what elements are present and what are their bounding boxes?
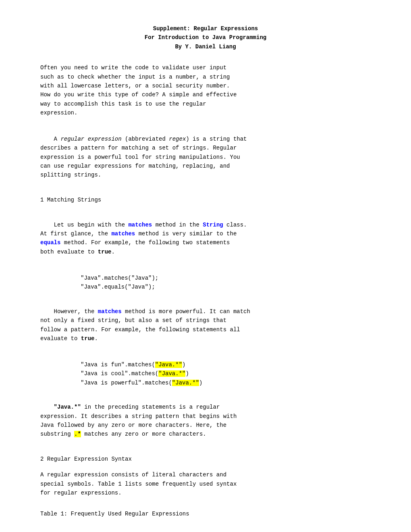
regex-def-start: A xyxy=(54,136,61,142)
code2-line2-highlight: "Java.*" xyxy=(158,370,185,377)
code-line-1: "Java".matches("Java"); xyxy=(81,274,371,283)
regex-def-mid1: (abbreviated xyxy=(122,136,169,142)
equals-keyword: equals xyxy=(40,239,60,246)
section1-heading: 1 Matching Strings xyxy=(40,197,371,203)
string-keyword: String xyxy=(203,222,223,228)
page: Supplement: Regular Expressions For Intr… xyxy=(0,0,411,532)
code-block-2: "Java is fun".matches("Java.*") "Java is… xyxy=(81,360,371,387)
syntax-paragraph: A regular expression consists of literal… xyxy=(40,470,371,497)
regex-def-paragraph: A regular expression (abbreviated regex)… xyxy=(40,126,371,189)
matching-para1-mid1: method in the xyxy=(152,222,203,228)
code2-line1-highlight: "Java.*" xyxy=(155,362,182,368)
matching-para1-end: . xyxy=(111,249,114,255)
regex-italic2: regex xyxy=(169,136,186,142)
intro-paragraph: Often you need to write the code to vali… xyxy=(40,63,371,117)
title-line3: By Y. Daniel Liang xyxy=(40,42,371,51)
title-line2: For Introduction to Java Programming xyxy=(40,33,371,42)
code2-line3-pre: "Java is powerful".matches( xyxy=(81,380,172,386)
code2-line3-highlight: "Java.*" xyxy=(172,380,199,386)
table-caption: Table 1: Frequently Used Regular Express… xyxy=(40,509,371,518)
code2-line2-post: ) xyxy=(185,370,189,377)
title-line1: Supplement: Regular Expressions xyxy=(40,24,371,33)
java-star-paragraph: "Java.*" in the preceding statements is … xyxy=(40,394,371,448)
matching-para1-mid4: method. For example, the following two s… xyxy=(40,239,230,255)
matching-para1-start: Let us begin with the xyxy=(54,222,129,228)
java-star-bold: "Java.*" xyxy=(54,404,81,410)
java-star-para-end: matches any zero or more characters. xyxy=(81,431,206,437)
code2-line1-pre: "Java is fun".matches( xyxy=(81,362,155,368)
true-keyword-1: true xyxy=(98,249,112,255)
regex-italic1: regular expression xyxy=(60,136,121,142)
section2-heading: 2 Regular Expression Syntax xyxy=(40,456,371,462)
matching-para1-mid3: method is very similar to the xyxy=(135,231,237,237)
dot-star-highlight: .* xyxy=(74,431,81,437)
code-line-4: "Java is fun".matches("Java.*") xyxy=(81,360,371,369)
code2-line2-pre: "Java is cool".matches( xyxy=(81,370,158,377)
matching-paragraph-1: Let us begin with the matches method in … xyxy=(40,211,371,265)
matching-para2-start: However, the xyxy=(54,308,98,315)
true-keyword-2: true xyxy=(81,335,95,342)
code-line-5: "Java is cool".matches("Java.*") xyxy=(81,369,371,378)
matching-paragraph-2: However, the matches method is more powe… xyxy=(40,298,371,352)
code-line-6: "Java is powerful".matches("Java.*") xyxy=(81,378,371,387)
dot-star-star: * xyxy=(77,431,81,437)
code-block-1: "Java".matches("Java"); "Java".equals("J… xyxy=(81,274,371,292)
code-line-2: "Java".equals("Java"); xyxy=(81,283,371,291)
matches-keyword-1: matches xyxy=(128,222,152,228)
matching-para2-end: . xyxy=(94,335,98,342)
code2-line1-post: ) xyxy=(182,362,185,368)
matches-keyword-2: matches xyxy=(111,231,135,237)
code2-line3-post: ) xyxy=(199,380,202,386)
title-block: Supplement: Regular Expressions For Intr… xyxy=(40,24,371,51)
matches-keyword-3: matches xyxy=(98,308,122,315)
